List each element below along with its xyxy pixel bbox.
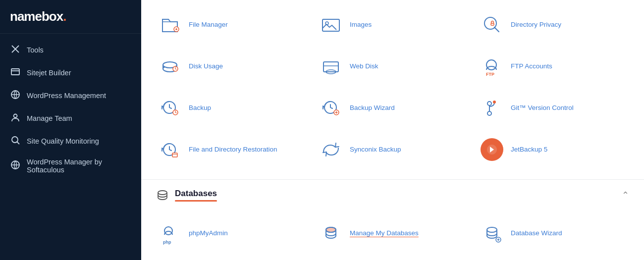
synconix-backup-item[interactable]: Synconix Backup — [312, 130, 473, 169]
manage-team-icon — [10, 112, 21, 124]
sidebar-item-wp-softaculous[interactable]: WordPress Manager by Softaculous — [0, 153, 141, 179]
databases-icon — [156, 189, 169, 202]
manage-databases-item[interactable]: Manage My Databases — [312, 213, 473, 253]
svg-rect-15 — [491, 23, 494, 25]
phpmyadmin-icon: php — [158, 221, 182, 245]
files-section: File Manager Images — [141, 0, 644, 180]
file-manager-label: File Manager — [189, 20, 228, 29]
remote-db-item[interactable]: Remote Database Access — [151, 255, 312, 260]
backup-item[interactable]: Backup — [151, 88, 312, 128]
git-label: Git™ Version Control — [511, 104, 574, 112]
file-restore-label: File and Directory Restoration — [189, 145, 277, 154]
git-version-control-item[interactable]: Git™ Version Control — [473, 88, 634, 128]
svg-point-5 — [14, 114, 17, 118]
database-wizard-icon — [480, 221, 504, 245]
ftp-accounts-item[interactable]: FTP FTP Accounts — [473, 47, 634, 86]
svg-rect-21 — [323, 62, 338, 72]
disk-usage-item[interactable]: Disk Usage — [151, 47, 312, 86]
svg-line-13 — [494, 27, 499, 32]
sitejet-icon — [10, 67, 21, 79]
web-disk-item[interactable]: Web Disk — [312, 47, 473, 86]
sidebar-item-sitejet[interactable]: Sitejet Builder — [0, 61, 141, 84]
wordpress-icon — [10, 90, 21, 102]
images-icon — [319, 13, 343, 37]
databases-chevron[interactable]: ⌃ — [622, 190, 629, 201]
databases-header-left: Databases — [156, 189, 217, 202]
file-manager-icon — [158, 13, 182, 37]
manage-team-label: Manage Team — [27, 114, 72, 122]
svg-text:FTP: FTP — [486, 72, 494, 77]
file-manager-item[interactable]: File Manager — [151, 5, 312, 45]
tools-icon — [10, 44, 21, 56]
svg-rect-2 — [11, 69, 19, 75]
git-icon — [480, 96, 504, 120]
svg-line-7 — [17, 142, 20, 145]
svg-point-30 — [487, 102, 491, 105]
svg-point-37 — [158, 191, 167, 195]
directory-privacy-icon — [480, 13, 504, 37]
synconix-icon — [319, 138, 343, 161]
wp-softaculous-icon — [10, 160, 21, 172]
svg-point-33 — [493, 101, 496, 104]
sidebar-item-wordpress[interactable]: WordPress Management — [0, 84, 141, 107]
sitejet-label: Sitejet Builder — [27, 69, 71, 77]
file-restore-icon — [158, 138, 182, 161]
backup-wizard-label: Backup Wizard — [350, 104, 395, 112]
phpmyadmin-item[interactable]: php phpMyAdmin — [151, 213, 312, 253]
directory-privacy-item[interactable]: Directory Privacy — [473, 5, 634, 45]
web-disk-icon — [319, 54, 343, 78]
svg-point-31 — [487, 111, 491, 115]
disk-usage-label: Disk Usage — [189, 62, 223, 71]
main-content: File Manager Images — [141, 0, 644, 260]
backup-wizard-icon — [319, 96, 343, 120]
wp-softaculous-label: WordPress Manager by Softaculous — [27, 158, 131, 174]
wordpress-label: WordPress Management — [27, 92, 106, 100]
manage-databases-label: Manage My Databases — [350, 229, 419, 238]
databases-grid: php phpMyAdmin Manage My Databases — [141, 208, 644, 260]
sidebar-item-site-quality[interactable]: Site Quality Monitoring — [0, 130, 141, 153]
database-wizard-item[interactable]: Database Wizard — [473, 213, 634, 253]
svg-point-6 — [12, 137, 18, 143]
images-label: Images — [350, 20, 372, 29]
web-disk-label: Web Disk — [350, 62, 378, 71]
files-grid: File Manager Images — [141, 0, 644, 179]
svg-point-42 — [487, 227, 497, 232]
jetbackup-circle — [481, 138, 503, 161]
jetbackup-icon — [480, 138, 504, 161]
phpmyadmin-label: phpMyAdmin — [189, 229, 228, 238]
site-quality-label: Site Quality Monitoring — [27, 137, 99, 145]
ftp-accounts-label: FTP Accounts — [511, 62, 552, 71]
jetbackup5-label: JetBackup 5 — [511, 145, 547, 154]
svg-rect-35 — [172, 153, 177, 157]
sidebar-nav: Tools Sitejet Builder WordPress Manageme… — [0, 34, 141, 184]
ftp-accounts-icon: FTP — [480, 54, 504, 78]
logo: namebox. — [0, 0, 141, 34]
sidebar-item-tools[interactable]: Tools — [0, 39, 141, 61]
site-quality-icon — [10, 135, 21, 147]
file-directory-restore-item[interactable]: File and Directory Restoration — [151, 130, 312, 169]
databases-section-header[interactable]: Databases ⌃ — [141, 180, 644, 208]
synconix-label: Synconix Backup — [350, 145, 401, 154]
images-item[interactable]: Images — [312, 5, 473, 45]
logo-dot: . — [63, 9, 66, 24]
databases-section: Databases ⌃ php phpMyAdmin — [141, 180, 644, 260]
databases-title: Databases — [175, 189, 217, 202]
tools-label: Tools — [27, 46, 44, 54]
manage-databases-icon — [319, 221, 343, 245]
database-wizard-label: Database Wizard — [511, 229, 562, 238]
sidebar: namebox. Tools Sitejet Builder — [0, 0, 141, 260]
disk-usage-icon — [158, 54, 182, 78]
jetbackup5-item[interactable]: JetBackup 5 — [473, 130, 634, 169]
sidebar-item-manage-team[interactable]: Manage Team — [0, 107, 141, 130]
svg-point-24 — [486, 60, 496, 70]
svg-text:php: php — [163, 240, 171, 245]
backup-wizard-item[interactable]: Backup Wizard — [312, 88, 473, 128]
backup-label: Backup — [189, 104, 211, 112]
backup-icon — [158, 96, 182, 120]
svg-point-41 — [326, 227, 336, 232]
directory-privacy-label: Directory Privacy — [511, 20, 561, 29]
